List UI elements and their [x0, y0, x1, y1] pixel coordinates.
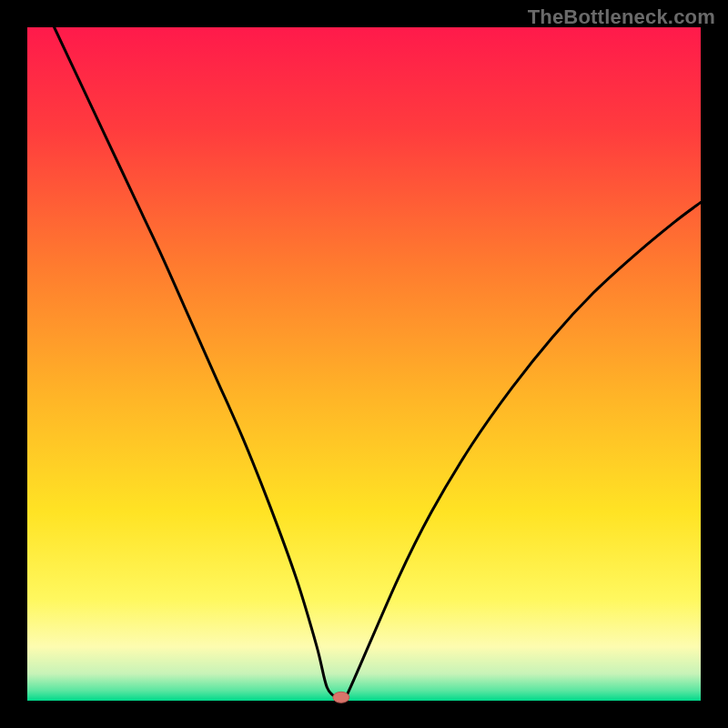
- optimal-point-marker: [333, 692, 349, 703]
- chart-frame: TheBottleneck.com: [0, 0, 728, 728]
- watermark-text: TheBottleneck.com: [528, 5, 715, 29]
- plot-background: [27, 27, 701, 701]
- bottleneck-chart: [0, 0, 728, 728]
